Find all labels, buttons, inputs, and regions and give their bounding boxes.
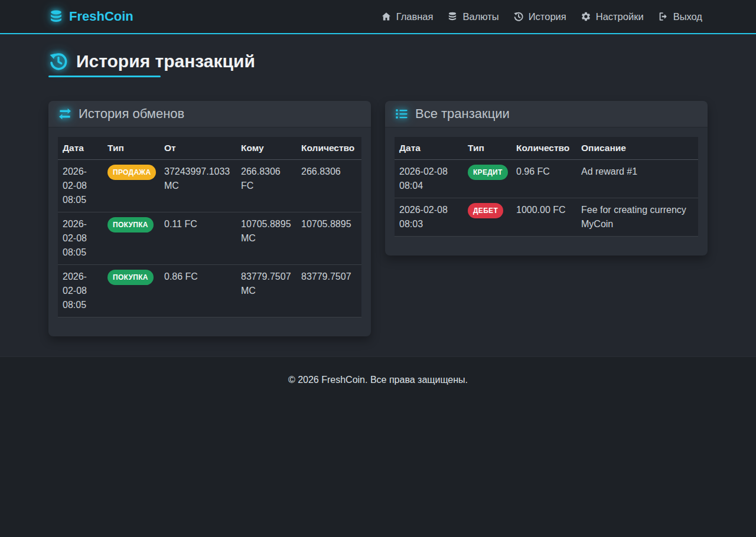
col-header-type: Тип	[103, 137, 159, 160]
history-icon	[513, 11, 524, 22]
gear-icon	[581, 11, 591, 22]
table-row: 2026-02-08 08:03 ДЕБЕТ 1000.00 FC Fee fo…	[395, 198, 698, 237]
brand-label: FreshCoin	[69, 9, 133, 24]
list-icon	[395, 107, 409, 121]
cell-description: Fee for creating currency MyCoin	[576, 198, 698, 237]
nav-label: История	[529, 11, 566, 22]
coins-icon	[48, 9, 64, 24]
cell-amount: 1000.00 FC	[511, 198, 576, 237]
logout-icon	[658, 11, 669, 22]
cell-from: 0.11 FC	[159, 212, 236, 265]
cell-from: 0.86 FC	[159, 265, 236, 317]
nav-label: Настройки	[596, 11, 644, 22]
exchange-table: Дата Тип От Кому Количество	[58, 137, 361, 317]
nav-label: Валюты	[462, 11, 498, 22]
coins-icon	[447, 11, 458, 22]
nav-item-logout[interactable]: Выход	[653, 6, 708, 27]
type-badge: КРЕДИТ	[468, 165, 508, 180]
table-row: 2026-02-08 08:05 ПОКУПКА 0.86 FC 83779.7…	[58, 265, 361, 317]
col-header-date: Дата	[395, 137, 463, 160]
transactions-card-title: Все транзакции	[415, 106, 510, 122]
cell-date: 2026-02-08 08:03	[395, 198, 463, 237]
cell-date: 2026-02-08 08:04	[395, 160, 463, 198]
nav-links: Главная Валюты История Настройки Выход	[376, 6, 708, 27]
history-icon	[48, 51, 69, 71]
cell-to: 266.8306 FC	[236, 160, 296, 212]
table-row: 2026-02-08 08:05 ПОКУПКА 0.11 FC 10705.8…	[58, 212, 361, 265]
brand-link[interactable]: FreshCoin	[48, 9, 133, 24]
nav-item-currencies[interactable]: Валюты	[442, 6, 504, 27]
footer: © 2026 FreshCoin. Все права защищены.	[0, 356, 756, 537]
page-title: История транзакций	[48, 51, 708, 72]
exchange-card-title: История обменов	[79, 106, 184, 122]
col-header-description: Описание	[576, 137, 698, 160]
nav-item-settings[interactable]: Настройки	[575, 6, 649, 27]
col-header-amount: Количество	[511, 137, 576, 160]
page: FreshCoin Главная Валюты История Настрой…	[0, 0, 756, 537]
cell-to: 10705.8895 MC	[236, 212, 296, 265]
main-content: История транзакций История обменов	[0, 34, 756, 356]
home-icon	[381, 11, 392, 22]
nav-item-home[interactable]: Главная	[376, 6, 439, 27]
nav-item-history[interactable]: История	[508, 6, 572, 27]
cell-date: 2026-02-08 08:05	[58, 160, 103, 212]
page-title-text: История транзакций	[76, 51, 255, 72]
cell-amount: 266.8306	[296, 160, 361, 212]
col-header-to: Кому	[236, 137, 296, 160]
cell-amount: 83779.7507	[296, 265, 361, 317]
nav-label: Выход	[673, 11, 702, 22]
transactions-table: Дата Тип Количество Описание 2026-02-08 …	[395, 137, 698, 237]
cell-date: 2026-02-08 08:05	[58, 265, 103, 317]
navbar: FreshCoin Главная Валюты История Настрой…	[0, 0, 756, 34]
cell-amount: 10705.8895	[296, 212, 361, 265]
exchange-history-card: История обменов Дата Тип От	[48, 101, 371, 336]
type-badge: ПРОДАЖА	[107, 165, 156, 180]
cell-amount: 0.96 FC	[511, 160, 576, 198]
cell-to: 83779.7507 MC	[236, 265, 296, 317]
col-header-date: Дата	[58, 137, 103, 160]
table-header-row: Дата Тип От Кому Количество	[58, 137, 361, 160]
type-badge: ПОКУПКА	[107, 217, 154, 233]
col-header-amount: Количество	[296, 137, 361, 160]
cell-description: Ad reward #1	[576, 160, 698, 198]
cell-date: 2026-02-08 08:05	[58, 212, 103, 265]
all-transactions-card: Все транзакции Дата Тип Количество	[385, 101, 708, 256]
table-header-row: Дата Тип Количество Описание	[395, 137, 698, 160]
exchange-icon	[58, 107, 72, 121]
nav-label: Главная	[396, 11, 434, 22]
col-header-from: От	[159, 137, 236, 160]
table-row: 2026-02-08 08:05 ПРОДАЖА 37243997.1033 M…	[58, 160, 361, 212]
footer-copyright: © 2026 FreshCoin. Все права защищены.	[288, 375, 468, 385]
type-badge: ПОКУПКА	[107, 270, 154, 285]
type-badge: ДЕБЕТ	[468, 203, 503, 218]
cell-from: 37243997.1033 MC	[159, 160, 236, 212]
transactions-card-header: Все транзакции	[385, 101, 708, 127]
col-header-type: Тип	[463, 137, 511, 160]
table-row: 2026-02-08 08:04 КРЕДИТ 0.96 FC Ad rewar…	[395, 160, 698, 198]
title-underline	[48, 76, 161, 77]
exchange-card-header: История обменов	[48, 101, 371, 127]
